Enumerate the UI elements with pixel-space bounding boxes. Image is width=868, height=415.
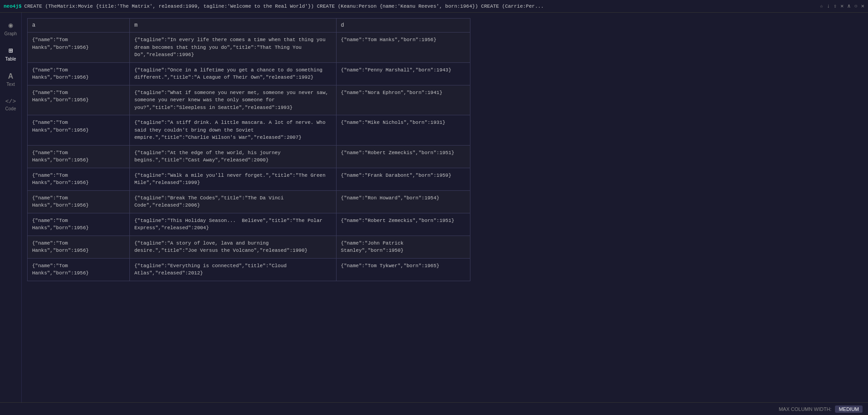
cell-a-8: {"name":"Tom Hanks","born":1956} [28, 236, 130, 258]
sidebar-label-text: Text [6, 82, 14, 87]
cell-d-0: {"name":"Tom Hanks","born":1956} [336, 33, 470, 63]
column-width-label: MAX COLUMN WIDTH: [779, 406, 832, 412]
close-icon[interactable]: ✕ [840, 3, 844, 9]
col-header-m: m [130, 19, 337, 33]
cell-d-2: {"name":"Nora Ephron","born":1941} [336, 85, 470, 115]
table-row: {"name":"Tom Hanks","born":1956}{"taglin… [28, 190, 470, 213]
main-layout: ◉ Graph ⊞ Table A Text </> Code a m d [0, 13, 868, 402]
table-row: {"name":"Tom Hanks","born":1956}{"taglin… [28, 168, 470, 190]
sidebar-item-table[interactable]: ⊞ Table [0, 42, 22, 67]
table-icon: ⊞ [9, 47, 13, 55]
graph-icon: ◉ [9, 22, 13, 29]
query-text: CREATE (TheMatrix:Movie {title:'The Matr… [24, 4, 820, 9]
collapse-icon[interactable]: ∧ [847, 3, 850, 9]
sidebar-label-graph: Graph [5, 31, 17, 36]
cell-a-9: {"name":"Tom Hanks","born":1956} [28, 258, 130, 281]
cell-m-0: {"tagline":"In every life there comes a … [130, 33, 337, 63]
sidebar-label-code: Code [5, 106, 16, 111]
code-icon: </> [5, 99, 16, 104]
cell-d-4: {"name":"Robert Zemeckis","born":1951} [336, 145, 470, 168]
table-row: {"name":"Tom Hanks","born":1956}{"taglin… [28, 145, 470, 168]
cell-m-9: {"tagline":"Everything is connected","ti… [130, 258, 337, 281]
cell-m-1: {"tagline":"Once in a lifetime you get a… [130, 62, 337, 85]
sidebar-label-table: Table [5, 57, 16, 61]
sidebar-item-code[interactable]: </> Code [0, 92, 22, 118]
column-width-value[interactable]: MEDIUM [835, 406, 863, 413]
cell-a-5: {"name":"Tom Hanks","born":1956} [28, 168, 130, 190]
content-area[interactable]: a m d {"name":"Tom Hanks","born":1956}{"… [22, 13, 868, 402]
cell-a-1: {"name":"Tom Hanks","born":1956} [28, 62, 130, 85]
cell-m-2: {"tagline":"What if someone you never me… [130, 85, 337, 115]
sidebar-item-graph[interactable]: ◉ Graph [0, 16, 22, 42]
table-header-row: a m d [28, 19, 470, 33]
result-table: a m d {"name":"Tom Hanks","born":1956}{"… [27, 18, 470, 281]
cell-a-0: {"name":"Tom Hanks","born":1956} [28, 33, 130, 63]
col-header-a: a [28, 19, 130, 33]
cell-d-3: {"name":"Mike Nichols","born":1931} [336, 115, 470, 146]
text-icon: A [8, 73, 14, 80]
cell-d-9: {"name":"Tom Tykwer","born":1965} [336, 258, 470, 281]
cell-a-6: {"name":"Tom Hanks","born":1956} [28, 190, 130, 213]
table-row: {"name":"Tom Hanks","born":1956}{"taglin… [28, 115, 470, 146]
bottom-bar: MAX COLUMN WIDTH: MEDIUM [0, 402, 868, 415]
cell-m-8: {"tagline":"A story of love, lava and bu… [130, 236, 337, 258]
cell-m-3: {"tagline":"A stiff drink. A little masc… [130, 115, 337, 146]
cell-m-5: {"tagline":"Walk a mile you'll never for… [130, 168, 337, 190]
cell-m-4: {"tagline":"At the edge of the world, hi… [130, 145, 337, 168]
cell-a-4: {"name":"Tom Hanks","born":1956} [28, 145, 130, 168]
download-icon[interactable]: ↓ [827, 3, 830, 9]
cell-d-1: {"name":"Penny Marshall","born":1943} [336, 62, 470, 85]
cell-a-7: {"name":"Tom Hanks","born":1956} [28, 213, 130, 236]
cell-m-6: {"tagline":"Break The Codes","title":"Th… [130, 190, 337, 213]
cell-m-7: {"tagline":"This Holiday Season... Belie… [130, 213, 337, 236]
cell-a-3: {"name":"Tom Hanks","born":1956} [28, 115, 130, 146]
pin-icon[interactable]: ⇪ [834, 3, 837, 9]
table-row: {"name":"Tom Hanks","born":1956}{"taglin… [28, 62, 470, 85]
table-row: {"name":"Tom Hanks","born":1956}{"taglin… [28, 258, 470, 281]
table-row: {"name":"Tom Hanks","born":1956}{"taglin… [28, 85, 470, 115]
window-close-icon[interactable]: ✕ [861, 3, 864, 9]
cell-d-5: {"name":"Frank Darabont","born":1959} [336, 168, 470, 190]
app-logo: neo4j$ [4, 4, 22, 9]
sidebar-item-text[interactable]: A Text [0, 67, 22, 92]
table-row: {"name":"Tom Hanks","born":1956}{"taglin… [28, 236, 470, 258]
top-bar-actions: ☆ ↓ ⇪ ✕ ∧ ○ ✕ [820, 3, 864, 9]
cell-d-7: {"name":"Robert Zemeckis","born":1951} [336, 213, 470, 236]
maximize-icon[interactable]: ○ [854, 3, 858, 9]
star-icon[interactable]: ☆ [820, 3, 823, 9]
cell-d-8: {"name":"John Patrick Stanley","born":19… [336, 236, 470, 258]
sidebar: ◉ Graph ⊞ Table A Text </> Code [0, 13, 22, 402]
cell-a-2: {"name":"Tom Hanks","born":1956} [28, 85, 130, 115]
table-row: {"name":"Tom Hanks","born":1956}{"taglin… [28, 33, 470, 63]
top-bar: neo4j$ CREATE (TheMatrix:Movie {title:'T… [0, 0, 868, 13]
col-header-d: d [336, 19, 470, 33]
cell-d-6: {"name":"Ron Howard","born":1954} [336, 190, 470, 213]
table-row: {"name":"Tom Hanks","born":1956}{"taglin… [28, 213, 470, 236]
